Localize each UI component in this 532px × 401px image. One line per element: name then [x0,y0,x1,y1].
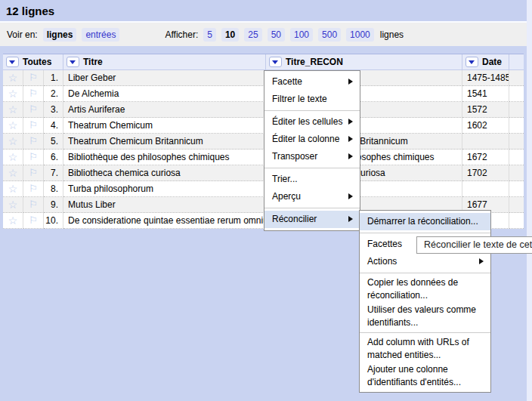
flag-icon[interactable]: ⚐ [23,181,44,197]
column-header-label: Date [482,54,502,70]
star-icon[interactable]: ☆ [3,150,23,165]
cell-date[interactable] [462,134,509,150]
menu-item-label: Actions [367,256,397,267]
flag-icon[interactable]: ⚐ [23,134,44,150]
cell-titre[interactable]: De Alchemia [63,86,266,102]
page-size-5[interactable]: 5 [203,28,216,42]
cell-titre[interactable]: De consideratione quintae essentiae reru… [63,213,266,229]
view-option-entrées[interactable]: entrées [82,28,119,42]
cell-date[interactable]: 1541 [462,86,509,102]
chevron-down-icon [9,60,15,64]
menu-item-diter-les-cellules[interactable]: Éditer les cellules [264,113,360,131]
column-header-date: Date [462,54,509,70]
column-header-label: Titre [83,54,103,70]
column-menu-button[interactable] [6,57,19,67]
menu-item-aper-u[interactable]: Aperçu [264,188,360,205]
star-icon[interactable]: ☆ [3,181,23,197]
star-icon[interactable]: ☆ [3,118,23,134]
menu-item-filtrer-le-texte[interactable]: Filtrer le texte [264,91,360,108]
submenu-item-d-marrer-la-r-conciliation[interactable]: Démarrer la réconciliation... [360,213,490,230]
cell-date[interactable]: 1475-1485 [462,70,509,86]
menu-item-diter-la-colonne[interactable]: Éditer la colonne [264,131,360,148]
column-header-titre_recon: Titre_RECON [266,54,462,70]
submenu-item-add-column-with-urls-of-matched-entities[interactable]: Add column with URLs of matched entities… [360,335,490,362]
rows-suffix-label: lignes [380,29,404,40]
menu-separator [360,273,490,273]
star-icon[interactable]: ☆ [3,134,23,150]
cell-date[interactable] [462,181,509,197]
submenu-item-ajouter-une-colonne-d-identifiants-d-entit-s[interactable]: Ajouter une colonne d'identifiants d'ent… [360,362,490,390]
cell-filler [509,197,524,213]
page-size-10[interactable]: 10 [221,28,239,42]
cell-titre[interactable]: Theatrum Chemicum Britannicum [63,134,266,150]
star-icon[interactable]: ☆ [3,213,23,229]
menu-item-facette[interactable]: Facette [264,73,360,91]
column-header-toutes: Toutes [3,54,63,70]
flag-icon[interactable]: ⚐ [23,213,44,229]
page-size-switcher: 51025501005001000 [198,29,374,40]
page-size-500[interactable]: 500 [318,28,341,42]
page-size-50[interactable]: 50 [268,28,285,42]
chevron-down-icon [469,60,475,64]
submenu-arrow-icon [348,119,353,125]
view-as-label: Voir en: [7,29,38,40]
cell-filler [509,150,524,165]
column-menu-button[interactable] [66,57,79,67]
row-index: 10. [44,213,63,229]
menu-item-label: Transposer [272,151,317,162]
column-menu-button[interactable] [466,57,478,67]
cell-filler [509,102,524,118]
menu-item-trier[interactable]: Trier... [264,171,360,188]
page-size-1000[interactable]: 1000 [346,28,374,42]
cell-date[interactable]: 1572 [462,102,509,118]
menu-item-transposer[interactable]: Transposer [264,148,360,165]
star-icon[interactable]: ☆ [3,86,23,102]
right-edge-strip [527,0,532,401]
submenu-arrow-icon [348,79,353,85]
star-icon[interactable]: ☆ [3,70,23,86]
menu-separator [360,233,490,233]
cell-date[interactable]: 1702 [462,165,509,181]
row-index: 8. [44,181,63,197]
menu-item-label: Trier... [272,174,298,184]
flag-icon[interactable]: ⚐ [23,86,44,102]
cell-titre[interactable]: Artis Auriferae [63,102,266,118]
row-index: 5. [44,134,63,150]
menu-item-label: Ajouter une colonne d'identifiants d'ent… [367,364,461,387]
chevron-down-icon [70,60,76,64]
cell-date[interactable]: 1672 [462,150,509,165]
cell-titre[interactable]: Liber Geber [63,70,266,86]
star-icon[interactable]: ☆ [3,165,23,181]
menu-item-label: Facettes [367,239,402,249]
star-icon[interactable]: ☆ [3,102,23,118]
menu-separator [264,110,360,111]
cell-titre[interactable]: Mutus Liber [63,197,266,213]
flag-icon[interactable]: ⚐ [23,118,44,134]
page-size-25[interactable]: 25 [244,28,261,42]
page-size-100[interactable]: 100 [290,28,313,42]
cell-filler [509,70,524,86]
flag-icon[interactable]: ⚐ [23,70,44,86]
menu-item-label: Démarrer la réconciliation... [367,216,478,227]
star-icon[interactable]: ☆ [3,197,23,213]
title-bar: 12 lignes [0,0,527,21]
submenu-item-utiliser-des-valeurs-comme-identifiants[interactable]: Utiliser des valeurs comme identifiants.… [360,303,490,330]
flag-icon[interactable]: ⚐ [23,165,44,181]
flag-icon[interactable]: ⚐ [23,102,44,118]
column-menu-button[interactable] [269,57,282,67]
cell-titre[interactable]: Bibliotheca chemica curiosa [63,165,266,181]
column-header-filler [509,54,524,70]
submenu-item-copier-les-donn-es-de-r-conciliation[interactable]: Copier les données de réconciliation... [360,276,490,303]
cell-titre[interactable]: Bibliothèque des philosophes chimiques [63,150,266,165]
view-option-lignes[interactable]: lignes [43,28,77,42]
menu-item-r-concilier[interactable]: Réconcilier [264,211,360,228]
flag-icon[interactable]: ⚐ [23,197,44,213]
flag-icon[interactable]: ⚐ [23,150,44,165]
menu-item-label: Éditer la colonne [272,134,339,144]
row-index: 1. [44,70,63,86]
cell-titre[interactable]: Theatrum Chemicum [63,118,266,134]
cell-titre[interactable]: Turba philosophorum [63,181,266,197]
row-index: 7. [44,165,63,181]
submenu-item-actions[interactable]: Actions [360,253,490,270]
cell-date[interactable]: 1602 [462,118,509,134]
